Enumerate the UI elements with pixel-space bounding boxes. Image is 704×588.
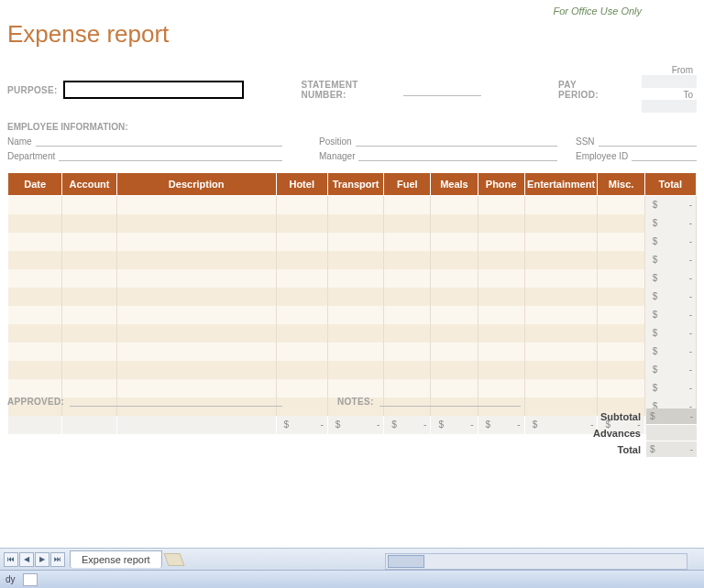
table-cell[interactable] (478, 306, 524, 324)
table-cell[interactable] (478, 361, 524, 379)
table-cell[interactable] (384, 214, 431, 233)
table-cell[interactable] (62, 269, 116, 288)
table-cell[interactable] (524, 361, 598, 379)
ssn-input[interactable] (599, 136, 697, 147)
table-cell[interactable] (524, 288, 598, 306)
table-cell[interactable] (8, 233, 62, 251)
table-cell[interactable] (431, 361, 478, 379)
table-cell[interactable] (327, 196, 383, 214)
table-cell[interactable] (62, 343, 116, 361)
table-row[interactable]: $- (8, 251, 697, 269)
table-cell[interactable] (384, 379, 431, 397)
table-cell[interactable] (276, 233, 327, 251)
table-cell[interactable] (8, 379, 62, 397)
table-cell[interactable] (8, 343, 62, 361)
table-cell[interactable] (327, 214, 383, 233)
table-cell[interactable] (598, 324, 644, 343)
table-cell[interactable] (276, 343, 327, 361)
table-cell[interactable] (62, 196, 116, 214)
table-cell[interactable] (62, 379, 116, 397)
table-cell[interactable] (62, 214, 116, 233)
nav-first-icon[interactable]: ⏮ (4, 552, 18, 567)
table-cell[interactable] (384, 324, 431, 343)
table-cell[interactable] (276, 324, 327, 343)
table-cell[interactable] (116, 251, 276, 269)
table-cell[interactable] (478, 196, 524, 214)
table-row[interactable]: $- (8, 343, 697, 361)
table-cell[interactable] (431, 233, 478, 251)
table-cell[interactable] (384, 288, 431, 306)
table-cell[interactable] (478, 324, 524, 343)
table-cell[interactable] (384, 196, 431, 214)
table-cell[interactable] (478, 251, 524, 269)
table-cell[interactable] (62, 306, 116, 324)
table-cell[interactable] (384, 269, 431, 288)
table-cell[interactable] (276, 251, 327, 269)
table-row[interactable]: $- (8, 288, 697, 306)
table-cell[interactable] (327, 288, 383, 306)
table-cell[interactable] (116, 343, 276, 361)
table-cell[interactable] (327, 233, 383, 251)
table-cell[interactable] (524, 379, 598, 397)
table-cell[interactable] (384, 233, 431, 251)
table-cell[interactable] (478, 288, 524, 306)
table-cell[interactable] (8, 196, 62, 214)
table-cell[interactable] (524, 306, 598, 324)
table-row[interactable]: $- (8, 233, 697, 251)
name-input[interactable] (36, 136, 282, 147)
table-cell[interactable] (276, 196, 327, 214)
table-row[interactable]: $- (8, 214, 697, 233)
table-cell[interactable] (478, 233, 524, 251)
purpose-input[interactable] (63, 81, 245, 99)
to-input[interactable] (642, 100, 697, 113)
table-cell[interactable] (327, 361, 383, 379)
sheet-tab[interactable]: Expense report (70, 550, 162, 568)
table-cell[interactable] (116, 214, 276, 233)
table-cell[interactable] (384, 343, 431, 361)
table-cell[interactable] (8, 306, 62, 324)
table-cell[interactable] (116, 269, 276, 288)
notes-input[interactable] (380, 396, 521, 407)
table-cell[interactable] (327, 324, 383, 343)
table-cell[interactable] (8, 214, 62, 233)
table-cell[interactable] (62, 233, 116, 251)
table-cell[interactable] (478, 269, 524, 288)
table-cell[interactable] (116, 233, 276, 251)
department-input[interactable] (59, 150, 282, 161)
table-cell[interactable] (431, 324, 478, 343)
macro-icon[interactable] (23, 573, 38, 586)
table-cell[interactable] (8, 251, 62, 269)
table-cell[interactable] (62, 361, 116, 379)
table-cell[interactable] (478, 214, 524, 233)
table-cell[interactable] (62, 324, 116, 343)
table-cell[interactable] (598, 288, 644, 306)
table-cell[interactable] (598, 343, 644, 361)
table-cell[interactable] (598, 214, 644, 233)
table-cell[interactable] (276, 214, 327, 233)
table-cell[interactable] (116, 379, 276, 397)
table-cell[interactable] (276, 379, 327, 397)
table-cell[interactable] (598, 361, 644, 379)
add-sheet-icon[interactable] (163, 553, 184, 566)
approved-input[interactable] (70, 396, 282, 407)
table-cell[interactable] (598, 196, 644, 214)
table-cell[interactable] (431, 269, 478, 288)
table-cell[interactable] (431, 288, 478, 306)
table-cell[interactable] (478, 343, 524, 361)
table-cell[interactable] (62, 288, 116, 306)
advances-value[interactable] (646, 425, 697, 441)
table-cell[interactable] (116, 288, 276, 306)
scrollbar-thumb[interactable] (388, 555, 424, 568)
table-row[interactable]: $- (8, 306, 697, 324)
table-cell[interactable] (598, 306, 644, 324)
table-cell[interactable] (598, 269, 644, 288)
table-cell[interactable] (478, 379, 524, 397)
table-cell[interactable] (327, 343, 383, 361)
table-cell[interactable] (116, 361, 276, 379)
table-cell[interactable] (431, 379, 478, 397)
table-cell[interactable] (276, 306, 327, 324)
table-cell[interactable] (8, 324, 62, 343)
table-row[interactable]: $- (8, 269, 697, 288)
table-cell[interactable] (431, 196, 478, 214)
manager-input[interactable] (358, 150, 557, 161)
